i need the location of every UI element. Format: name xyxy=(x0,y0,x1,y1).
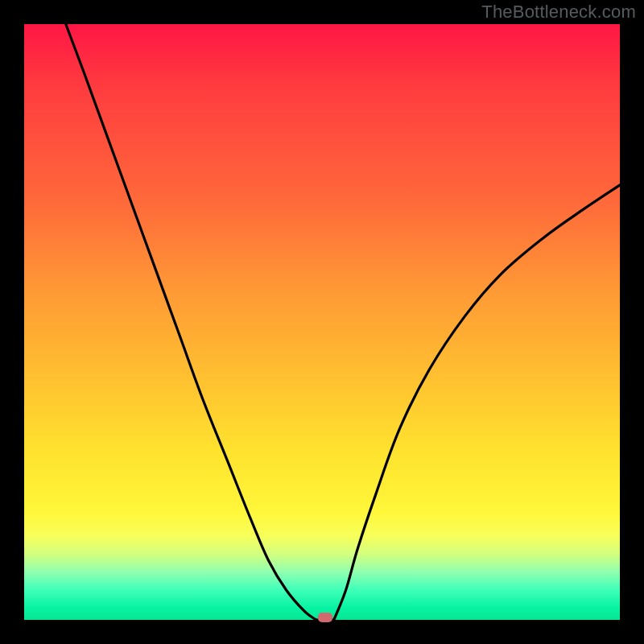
chart-frame: TheBottleneck.com xyxy=(0,0,644,644)
bottleneck-curve xyxy=(24,24,620,620)
curve-left-branch xyxy=(66,24,316,620)
watermark-text: TheBottleneck.com xyxy=(481,2,636,23)
curve-right-branch xyxy=(334,185,620,620)
plot-area xyxy=(24,24,620,620)
minimum-marker xyxy=(318,613,332,622)
